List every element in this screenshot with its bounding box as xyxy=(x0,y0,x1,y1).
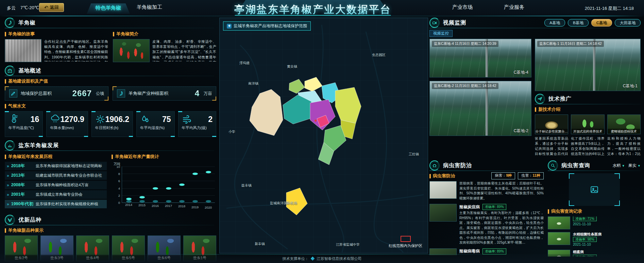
pepper-intro-card: 羊角椒简介 皮薄、肉厚、油多、籽香、辛辣适中、营养丰富等特点，干可“调剂不断”，… xyxy=(113,29,216,62)
video-timestamp: 盐东C基地-2 11月16日 星期二 14:18:42 xyxy=(432,83,498,89)
section-development: 盐东羊角椒发展 羊角椒近年来发展历程 »2018年盐东羊角椒获得国家地理标志证明… xyxy=(5,140,216,212)
chevron-right-icon: » xyxy=(7,173,9,178)
map-pin-icon xyxy=(227,24,232,29)
datetime-display: 2021-11-16 星期二 14:18 xyxy=(585,5,634,12)
chart-y-tick: 2 xyxy=(114,193,120,197)
video-caption: C基地-1 xyxy=(623,83,638,89)
climate-value: 75 xyxy=(162,115,171,124)
chart-x-tick: 2017 xyxy=(165,204,172,208)
record-name: 稻瘟病 xyxy=(573,250,597,255)
pest-item-text: 苗期病害，苗期病株密生土灰色霉层；后期枝叶干枯。果实受害后变软腐烂、失水僵化。5… xyxy=(459,181,544,201)
query-record-list[interactable]: 准确率: 71%2021-11-10水稻细菌性条斑病准确率: 98%2021-1… xyxy=(548,216,641,257)
red-boundary-swatch xyxy=(401,236,411,242)
timeline-row: »1990年代初盐东镇李灶村实现羊角椒规模化种植 xyxy=(5,200,107,208)
timeline-text: 盐东镇羊角椒种植面积达4万亩 xyxy=(36,182,89,188)
pest-item-name: 辣椒炭疽病 xyxy=(459,204,480,210)
back-button[interactable]: ↶ 返回 xyxy=(39,3,64,12)
development-section-icon xyxy=(5,140,15,151)
climate-card-row: 16年平均温度(℃)1270.9年降水量(mm)1906.2年日照时长(h)75… xyxy=(5,111,216,137)
bug-icon xyxy=(429,160,440,171)
map-place-label: 益丰镇 xyxy=(241,183,252,188)
pest-item-list[interactable]: 苗期病害，苗期病株密生土灰色霉层；后期枝叶干枯。果实受害后变软腐烂、失水僵化。5… xyxy=(429,181,544,255)
map-place-label: 盐城南洋国际机场 xyxy=(270,201,297,206)
chart-bar: 2020 xyxy=(206,172,211,203)
stat-value: 2667 xyxy=(72,89,92,98)
climate-label: 年平均风力(级) xyxy=(182,125,213,130)
base-button-A基地[interactable]: A基地 xyxy=(544,19,565,27)
record-image xyxy=(548,232,570,245)
chevron-right-icon: » xyxy=(7,202,9,207)
video-sub-label: 视频监控 xyxy=(429,30,453,37)
video-caption: C基地-4 xyxy=(514,70,528,75)
back-arrow-icon: ↶ xyxy=(44,5,48,10)
tech-caption: 蜜蜂辅助授粉技术 xyxy=(608,129,640,134)
timeline-year: 2013年 xyxy=(11,173,36,178)
base-button-B基地[interactable]: B基地 xyxy=(568,19,589,27)
tab-industry-service[interactable]: 产业服务 xyxy=(504,4,524,11)
chart-x-tick: 2020 xyxy=(205,206,212,209)
record-image xyxy=(548,216,570,229)
tab-industry-market[interactable]: 产业市场 xyxy=(452,4,473,11)
chart-y-tick: 6 xyxy=(114,179,120,183)
tab-pepper-processing[interactable]: 羊角椒加工 xyxy=(137,4,162,11)
climate-value: 1906.2 xyxy=(105,115,129,124)
video-feed-c2[interactable]: 盐东C基地-2 11月16日 星期二 14:18:42 C基地-2 xyxy=(429,81,531,136)
base-button-C基地[interactable]: C基地 xyxy=(591,19,612,27)
climate-value: 1270.9 xyxy=(60,115,84,124)
video-feed-c4[interactable]: 盐东C基地-4 11月16日 星期二 14:20:39 C基地-4 xyxy=(429,39,531,77)
tech-card[interactable]: 蜜蜂辅助授粉技术花粉和授粉人力物力，提高了授粉效率，一般种植密度以父本：母本为1… xyxy=(607,115,641,157)
tech-text: 花粉和授粉人力物力，提高了授粉效率，一般种植密度以父本：母本为1：2比较适宜；为… xyxy=(607,136,641,157)
timeline-text: 盐东镇李灶村实现羊角椒规模化种植 xyxy=(36,201,98,207)
climate-label: 年平均湿度(%) xyxy=(140,125,171,130)
section-title-base: 基地概述 xyxy=(18,67,41,74)
footer: 技术支撑单位： 江苏智泰信息技术有限公司 xyxy=(0,254,644,263)
map-legend: 红线范围内为保护区 xyxy=(389,236,422,248)
timeline-year: 2001年 xyxy=(11,192,36,197)
crop-select-rice[interactable]: 水稻 ▼ xyxy=(612,163,625,169)
pepper-icon xyxy=(117,89,125,98)
chart-x-tick: 2016 xyxy=(152,204,159,208)
query-record[interactable]: 准确率: 71%2021-11-10 xyxy=(548,216,641,229)
timeline-year: 2008年 xyxy=(11,182,36,188)
pepper-story-text: 合作社定点生产干椒的地区。盐东羊角椒具有皮薄、肉厚、色鲜、辣度适中等特色，含辣椒… xyxy=(44,39,108,62)
chart-bar: 2016 xyxy=(153,188,158,203)
map-legend-text: 红线范围内为保护区 xyxy=(389,243,422,248)
stat-unit: 公顷 xyxy=(96,91,104,97)
climate-card: 75年平均湿度(%) xyxy=(136,111,174,137)
left-column: 羊角椒 羊角椒的故事 合作社定点生产干椒的地区。盐东羊角椒具有皮薄、肉厚、色鲜、… xyxy=(5,18,216,253)
query-record[interactable]: 水稻细菌性条斑病准确率: 98%2021-11-10 xyxy=(548,232,641,247)
chevron-down-icon: ▼ xyxy=(638,164,641,168)
base-filter-buttons: A基地B基地C基地大田基地 xyxy=(544,19,641,27)
base-button-大田基地[interactable]: 大田基地 xyxy=(615,19,641,27)
chart-label: 羊角椒近年来产量统计 xyxy=(112,154,216,160)
video-timestamp: 盐东C基地-1 11月16日 星期二 14:18:42 xyxy=(537,41,604,47)
chart-gridline xyxy=(122,203,215,203)
tech-card[interactable]: 分子标记多性状聚合…状基因系统选育新品系，通过多个分子标记共同选择，实现多目标性… xyxy=(535,115,568,157)
image-upload-dropzone[interactable] xyxy=(569,173,620,206)
pest-item: 辣椒炭疽病准确率: 89%主要为害辣椒果实，有时为害叶片；温暖多雨（12℃，RH… xyxy=(429,204,544,245)
stat-card-protected-area: 地域保护总面积 2667 公顷 xyxy=(5,86,108,101)
section-pepper: 羊角椒 羊角椒的故事 合作社定点生产干椒的地区。盐东羊角椒具有皮薄、肉厚、色鲜、… xyxy=(5,18,216,62)
climate-card: 16年平均温度(℃) xyxy=(5,111,43,137)
tech-image: 分子标记多性状聚合… xyxy=(535,115,568,134)
record-date: 2021-11-10 xyxy=(573,222,597,227)
tech-card[interactable]: 开放式花药培养技术化了操作流程，培养效率提高了5倍以上，自交系创制周期由传统选育… xyxy=(571,115,604,157)
climate-label: 年降水量(mm) xyxy=(50,125,84,130)
chart-x-tick: 2014 xyxy=(125,203,132,207)
section-tech-promo: 技术推广 新技术介绍 分子标记多性状聚合…状基因系统选育新品系，通过多个分子标记… xyxy=(535,94,641,157)
weather-condition: 多云 xyxy=(7,5,16,11)
pest-item-image xyxy=(429,181,457,199)
tech-text: 化了操作流程，培养效率提高了5倍以上，自交系创制周期由传统选育方法的4年以上缩短… xyxy=(571,136,604,157)
stat-value: 4 xyxy=(195,89,200,98)
chart-y-tick: 8 xyxy=(114,172,120,176)
climate-value: 2 xyxy=(208,115,213,124)
accuracy-badge: 准确率: 89% xyxy=(482,204,506,210)
sun-icon xyxy=(95,114,105,124)
tab-featured-pepper[interactable]: 特色羊角椒 xyxy=(87,3,130,14)
stat-label: 地域保护总面积 xyxy=(21,90,69,97)
timeline-label: 羊角椒近年来发展历程 xyxy=(5,154,107,160)
video-feed-c1[interactable]: 盐东C基地-1 11月16日 星期二 14:18:42 C基地-1 xyxy=(535,39,641,91)
map-panel[interactable]: 盐城羊角椒农产品地理标志地域保护范围 浮坞塘黄尖镇南洋镇生态园区小学益丰 xyxy=(219,18,428,253)
accuracy-badge: 准确率: 71% xyxy=(573,216,597,221)
crop-select-fruit[interactable]: 果实 ▼ xyxy=(628,163,641,169)
